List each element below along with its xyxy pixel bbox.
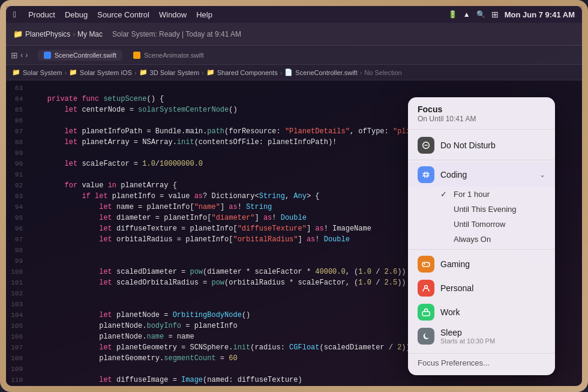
- nav-toolbar: ⊞ ‹ › SceneController.swift SceneAnimato…: [6, 46, 582, 65]
- menu-bar-time: Mon Jun 7 9:41 AM: [505, 10, 575, 19]
- build-status: Solar System: Ready | Today at 9:41 AM: [112, 30, 241, 38]
- sub-item-always-on-label: Always On: [454, 235, 491, 244]
- work-label: Work: [440, 307, 545, 317]
- focus-item-dnd[interactable]: Do Not Disturb: [408, 133, 555, 157]
- svg-rect-2: [422, 312, 430, 316]
- menu-bar:  Product Debug Source Control Window He…: [6, 6, 582, 23]
- file-icon-scene: 📄: [284, 68, 293, 76]
- control-center-icon[interactable]: ⊞: [491, 10, 499, 19]
- dnd-label: Do Not Disturb: [440, 140, 545, 150]
- menu-help[interactable]: Help: [196, 10, 212, 19]
- focus-item-work[interactable]: Work: [408, 300, 555, 324]
- sep-1: ›: [64, 69, 67, 76]
- focus-title: Focus: [418, 104, 545, 114]
- personal-label: Personal: [440, 283, 545, 293]
- swift-file-icon: [44, 52, 51, 59]
- project-name[interactable]: PlanetPhysics: [25, 30, 70, 38]
- battery-icon: 🔋: [448, 10, 457, 19]
- folder-icon-3d: 📁: [139, 68, 148, 76]
- sleep-text-container: Sleep Starts at 10:30 PM: [440, 328, 545, 345]
- code-line-63: 63: [6, 83, 582, 94]
- sub-item-this-evening[interactable]: ✓ Until This Evening: [408, 202, 555, 217]
- breadcrumb-ios[interactable]: Solar System iOS: [80, 69, 132, 76]
- back-icon[interactable]: ‹: [20, 50, 23, 59]
- svg-rect-0: [422, 262, 430, 267]
- coding-chevron-icon: ⌄: [539, 170, 545, 179]
- menu-window[interactable]: Window: [159, 10, 187, 19]
- tab-scene-animator[interactable]: SceneAnimator.swift: [127, 50, 210, 61]
- focus-header: Focus On Until 10:41 AM: [408, 104, 555, 130]
- sleep-icon: [418, 328, 434, 345]
- sep-5: ›: [360, 69, 362, 76]
- sub-item-1hour[interactable]: ✓ For 1 hour: [408, 187, 555, 202]
- folder-icon-ios: 📁: [69, 68, 77, 76]
- code-line-111: 111 planetGeometry.firstMaterial?.diffus…: [6, 385, 582, 386]
- sub-item-tomorrow-label: Until Tomorrow: [454, 220, 505, 229]
- sep-2: ›: [134, 69, 137, 76]
- wifi-icon: ▲: [463, 10, 470, 19]
- path-sep-1: ›: [73, 31, 75, 38]
- mac-screen:  Product Debug Source Control Window He…: [6, 6, 582, 386]
- sep-4: ›: [280, 69, 283, 76]
- sub-item-always-on[interactable]: ✓ Always On: [408, 232, 555, 247]
- divider-1: [408, 160, 555, 160]
- menu-bar-right: 🔋 ▲ 🔍 ⊞ Mon Jun 7 9:41 AM: [448, 10, 575, 19]
- coding-label: Coding: [440, 170, 539, 179]
- tab-label-2: SceneAnimator.swift: [144, 52, 204, 59]
- divider-2: [408, 249, 555, 250]
- folder-icon-solar: 📁: [12, 68, 20, 76]
- sleep-subtitle: Starts at 10:30 PM: [440, 337, 545, 345]
- sleep-label: Sleep: [440, 328, 545, 337]
- breadcrumb-selection[interactable]: No Selection: [364, 69, 401, 76]
- breadcrumb-shared[interactable]: Shared Components: [217, 69, 278, 76]
- focus-item-sleep[interactable]: Sleep Starts at 10:30 PM: [408, 324, 555, 348]
- breadcrumb-3d[interactable]: 3D Solar System: [150, 69, 200, 76]
- focus-prefs-label[interactable]: Focus Preferences...: [418, 358, 490, 367]
- swift-animator-icon: [133, 52, 140, 59]
- folder-icon-shared: 📁: [206, 68, 215, 76]
- coding-icon: [418, 166, 434, 183]
- personal-icon: [418, 280, 434, 297]
- focus-item-personal[interactable]: Personal: [408, 276, 555, 300]
- breadcrumb-solar-system[interactable]: Solar System: [23, 69, 62, 76]
- grid-icon[interactable]: ⊞: [11, 50, 18, 60]
- breadcrumb: 📁 Solar System › 📁 Solar System iOS › 📁 …: [6, 65, 582, 80]
- menu-bar-left:  Product Debug Source Control Window He…: [13, 10, 448, 19]
- focus-on-until: On Until 10:41 AM: [418, 115, 545, 123]
- work-icon: [418, 304, 434, 321]
- apple-logo[interactable]: : [13, 10, 16, 19]
- gaming-label: Gaming: [440, 259, 545, 269]
- focus-item-gaming[interactable]: Gaming: [408, 252, 555, 276]
- xcode-toolbar: 📁 PlanetPhysics › My Mac Solar System: R…: [6, 23, 582, 46]
- focus-preferences[interactable]: Focus Preferences...: [408, 353, 555, 370]
- code-line-110: 110 let diffuseImage = Image(named: diff…: [6, 375, 582, 385]
- dnd-icon: [418, 137, 434, 154]
- menu-source-control[interactable]: Source Control: [97, 10, 149, 19]
- folder-icon: 📁: [13, 29, 23, 38]
- tab-scene-controller[interactable]: SceneController.swift: [38, 50, 122, 61]
- sub-item-tomorrow[interactable]: ✓ Until Tomorrow: [408, 217, 555, 232]
- main-content: 63 84 private func setupScene() { 85 let…: [6, 80, 582, 386]
- check-mark-icon: ✓: [440, 190, 449, 199]
- forward-icon[interactable]: ›: [25, 50, 28, 59]
- sep-3: ›: [202, 69, 204, 76]
- sub-item-1hour-label: For 1 hour: [454, 190, 490, 199]
- mac-frame:  Product Debug Source Control Window He…: [0, 0, 588, 392]
- sub-item-evening-label: Until This Evening: [454, 205, 517, 214]
- breadcrumb-file[interactable]: SceneController.swift: [295, 69, 357, 76]
- project-path: 📁 PlanetPhysics › My Mac: [13, 29, 103, 38]
- focus-dropdown: Focus On Until 10:41 AM Do Not Disturb: [408, 97, 555, 375]
- gaming-icon: [418, 256, 434, 273]
- tab-label-1: SceneController.swift: [55, 52, 116, 59]
- focus-section-dnd: Do Not Disturb Coding ⌄: [408, 130, 555, 352]
- menu-product[interactable]: Product: [28, 10, 55, 19]
- search-icon[interactable]: 🔍: [476, 10, 485, 19]
- target-name[interactable]: My Mac: [77, 30, 103, 38]
- menu-debug[interactable]: Debug: [65, 10, 88, 19]
- focus-item-coding[interactable]: Coding ⌄: [408, 163, 555, 187]
